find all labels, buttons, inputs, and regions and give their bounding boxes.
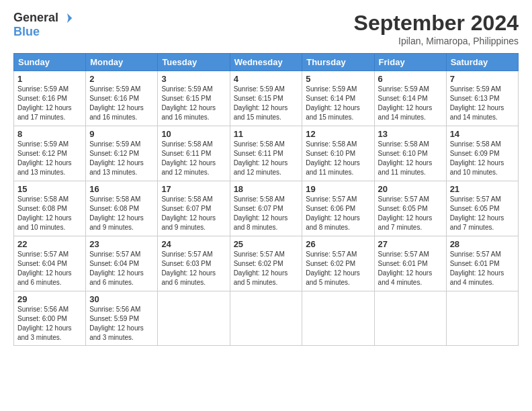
table-row: 24Sunrise: 5:57 AMSunset: 6:03 PMDayligh… [158, 236, 230, 291]
title-area: September 2024 Ipilan, Mimaropa, Philipp… [354, 11, 519, 46]
table-row: 20Sunrise: 5:57 AMSunset: 6:05 PMDayligh… [374, 181, 446, 236]
day-number: 22 [17, 239, 82, 249]
table-row: 28Sunrise: 5:57 AMSunset: 6:01 PMDayligh… [446, 236, 518, 291]
day-detail: Sunrise: 5:57 AMSunset: 6:01 PMDaylight:… [450, 250, 504, 286]
day-number: 8 [17, 129, 82, 139]
day-detail: Sunrise: 5:58 AMSunset: 6:08 PMDaylight:… [89, 195, 144, 231]
calendar-week-row: 8Sunrise: 5:59 AMSunset: 6:12 PMDaylight… [14, 126, 519, 181]
table-row: 22Sunrise: 5:57 AMSunset: 6:04 PMDayligh… [14, 236, 86, 291]
day-detail: Sunrise: 5:59 AMSunset: 6:16 PMDaylight:… [17, 85, 72, 121]
day-number: 24 [161, 239, 226, 249]
table-row: 27Sunrise: 5:57 AMSunset: 6:01 PMDayligh… [374, 236, 446, 291]
day-detail: Sunrise: 5:59 AMSunset: 6:15 PMDaylight:… [234, 85, 288, 121]
day-detail: Sunrise: 5:58 AMSunset: 6:10 PMDaylight:… [306, 140, 360, 176]
logo-icon [61, 12, 73, 24]
day-detail: Sunrise: 5:59 AMSunset: 6:16 PMDaylight:… [89, 85, 144, 121]
header: General Blue September 2024 Ipilan, Mima… [13, 11, 519, 46]
day-detail: Sunrise: 5:59 AMSunset: 6:15 PMDaylight:… [161, 85, 216, 121]
calendar-table: Sunday Monday Tuesday Wednesday Thursday… [13, 53, 519, 346]
day-number: 11 [234, 129, 299, 139]
day-number: 13 [378, 129, 443, 139]
table-row [230, 291, 302, 346]
col-saturday: Saturday [446, 54, 518, 71]
day-number: 25 [234, 239, 299, 249]
table-row: 18Sunrise: 5:58 AMSunset: 6:07 PMDayligh… [230, 181, 302, 236]
table-row: 1Sunrise: 5:59 AMSunset: 6:16 PMDaylight… [14, 71, 86, 126]
day-detail: Sunrise: 5:59 AMSunset: 6:13 PMDaylight:… [450, 85, 504, 121]
day-detail: Sunrise: 5:59 AMSunset: 6:14 PMDaylight:… [378, 85, 433, 121]
logo-general-text: General [13, 11, 58, 25]
table-row: 4Sunrise: 5:59 AMSunset: 6:15 PMDaylight… [230, 71, 302, 126]
day-detail: Sunrise: 5:58 AMSunset: 6:08 PMDaylight:… [17, 195, 72, 231]
table-row: 2Sunrise: 5:59 AMSunset: 6:16 PMDaylight… [86, 71, 158, 126]
day-number: 30 [89, 294, 154, 304]
table-row: 11Sunrise: 5:58 AMSunset: 6:11 PMDayligh… [230, 126, 302, 181]
col-thursday: Thursday [302, 54, 374, 71]
day-detail: Sunrise: 5:57 AMSunset: 6:05 PMDaylight:… [450, 195, 504, 231]
table-row [446, 291, 518, 346]
day-number: 6 [378, 74, 443, 84]
day-detail: Sunrise: 5:59 AMSunset: 6:12 PMDaylight:… [17, 140, 72, 176]
table-row: 30Sunrise: 5:56 AMSunset: 5:59 PMDayligh… [86, 291, 158, 346]
col-tuesday: Tuesday [158, 54, 230, 71]
table-row: 7Sunrise: 5:59 AMSunset: 6:13 PMDaylight… [446, 71, 518, 126]
day-detail: Sunrise: 5:57 AMSunset: 6:02 PMDaylight:… [234, 250, 288, 286]
day-detail: Sunrise: 5:57 AMSunset: 6:04 PMDaylight:… [17, 250, 72, 286]
day-number: 19 [306, 184, 370, 194]
day-number: 28 [450, 239, 515, 249]
day-detail: Sunrise: 5:57 AMSunset: 6:01 PMDaylight:… [378, 250, 433, 286]
table-row: 23Sunrise: 5:57 AMSunset: 6:04 PMDayligh… [86, 236, 158, 291]
day-detail: Sunrise: 5:58 AMSunset: 6:10 PMDaylight:… [378, 140, 433, 176]
col-monday: Monday [86, 54, 158, 71]
table-row: 15Sunrise: 5:58 AMSunset: 6:08 PMDayligh… [14, 181, 86, 236]
calendar-week-row: 1Sunrise: 5:59 AMSunset: 6:16 PMDaylight… [14, 71, 519, 126]
day-number: 1 [17, 74, 82, 84]
table-row: 14Sunrise: 5:58 AMSunset: 6:09 PMDayligh… [446, 126, 518, 181]
table-row: 19Sunrise: 5:57 AMSunset: 6:06 PMDayligh… [302, 181, 374, 236]
day-number: 29 [17, 294, 82, 304]
day-number: 3 [161, 74, 226, 84]
day-number: 27 [378, 239, 443, 249]
day-detail: Sunrise: 5:57 AMSunset: 6:06 PMDaylight:… [306, 195, 360, 231]
location: Ipilan, Mimaropa, Philippines [354, 36, 519, 46]
calendar-page: General Blue September 2024 Ipilan, Mima… [0, 0, 532, 411]
table-row: 9Sunrise: 5:59 AMSunset: 6:12 PMDaylight… [86, 126, 158, 181]
table-row [302, 291, 374, 346]
table-row: 8Sunrise: 5:59 AMSunset: 6:12 PMDaylight… [14, 126, 86, 181]
table-row: 26Sunrise: 5:57 AMSunset: 6:02 PMDayligh… [302, 236, 374, 291]
day-detail: Sunrise: 5:58 AMSunset: 6:09 PMDaylight:… [450, 140, 504, 176]
day-detail: Sunrise: 5:57 AMSunset: 6:03 PMDaylight:… [161, 250, 216, 286]
table-row: 6Sunrise: 5:59 AMSunset: 6:14 PMDaylight… [374, 71, 446, 126]
day-number: 23 [89, 239, 154, 249]
table-row: 10Sunrise: 5:58 AMSunset: 6:11 PMDayligh… [158, 126, 230, 181]
day-number: 2 [89, 74, 154, 84]
calendar-header-row: Sunday Monday Tuesday Wednesday Thursday… [14, 54, 519, 71]
day-detail: Sunrise: 5:58 AMSunset: 6:07 PMDaylight:… [234, 195, 288, 231]
day-detail: Sunrise: 5:59 AMSunset: 6:12 PMDaylight:… [89, 140, 144, 176]
day-number: 15 [17, 184, 82, 194]
month-title: September 2024 [354, 11, 519, 36]
day-detail: Sunrise: 5:59 AMSunset: 6:14 PMDaylight:… [306, 85, 360, 121]
table-row [374, 291, 446, 346]
day-detail: Sunrise: 5:58 AMSunset: 6:11 PMDaylight:… [161, 140, 216, 176]
svg-marker-0 [67, 13, 72, 22]
table-row: 17Sunrise: 5:58 AMSunset: 6:07 PMDayligh… [158, 181, 230, 236]
day-number: 4 [234, 74, 299, 84]
day-detail: Sunrise: 5:57 AMSunset: 6:05 PMDaylight:… [378, 195, 433, 231]
day-number: 14 [450, 129, 515, 139]
day-number: 7 [450, 74, 515, 84]
col-sunday: Sunday [14, 54, 86, 71]
logo: General Blue [13, 11, 73, 39]
calendar-body: 1Sunrise: 5:59 AMSunset: 6:16 PMDaylight… [14, 71, 519, 346]
day-number: 26 [306, 239, 370, 249]
col-friday: Friday [374, 54, 446, 71]
calendar-week-row: 29Sunrise: 5:56 AMSunset: 6:00 PMDayligh… [14, 291, 519, 346]
day-number: 5 [306, 74, 370, 84]
table-row: 25Sunrise: 5:57 AMSunset: 6:02 PMDayligh… [230, 236, 302, 291]
day-number: 10 [161, 129, 226, 139]
table-row: 21Sunrise: 5:57 AMSunset: 6:05 PMDayligh… [446, 181, 518, 236]
calendar-week-row: 15Sunrise: 5:58 AMSunset: 6:08 PMDayligh… [14, 181, 519, 236]
logo-blue-text: Blue [13, 25, 40, 39]
table-row: 16Sunrise: 5:58 AMSunset: 6:08 PMDayligh… [86, 181, 158, 236]
day-detail: Sunrise: 5:56 AMSunset: 5:59 PMDaylight:… [89, 306, 144, 341]
